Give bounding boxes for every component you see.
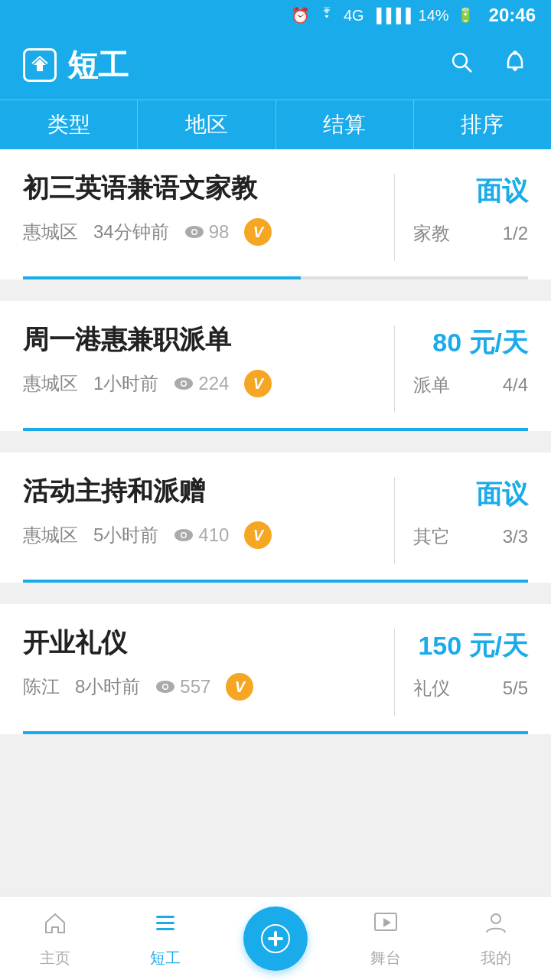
filter-tab-area[interactable]: 地区 (138, 100, 276, 149)
job-slots-2: 4/4 (503, 374, 528, 396)
nav-shortwork-label: 短工 (150, 948, 181, 969)
job-slots-1: 1/2 (503, 223, 528, 244)
job-category-3: 其它 (413, 524, 450, 549)
filter-tab-type[interactable]: 类型 (0, 100, 138, 149)
svg-rect-19 (156, 928, 174, 930)
job-meta-3: 惠城区 5小时前 410 V (23, 521, 376, 549)
progress-fill-1 (23, 276, 301, 279)
progress-empty-1 (301, 276, 528, 279)
v-badge-1: V (244, 218, 272, 246)
svg-point-7 (192, 230, 196, 234)
job-category-1: 家教 (413, 221, 450, 246)
job-slots-3: 3/3 (503, 526, 528, 547)
list-icon (152, 909, 179, 943)
filter-tabs: 类型 地区 结算 排序 (0, 100, 551, 149)
nav-stage[interactable]: 舞台 (331, 897, 441, 980)
job-card-3[interactable]: 活动主持和派赠 惠城区 5小时前 410 V 面议 其它 3/3 (0, 452, 551, 583)
logo-icon (23, 48, 57, 82)
nav-stage-label: 舞台 (370, 948, 401, 969)
progress-fill-3 (23, 580, 528, 583)
nav-profile-label: 我的 (481, 948, 511, 969)
user-icon (482, 909, 510, 943)
notification-icon[interactable] (502, 49, 528, 81)
progress-fill-4 (23, 731, 528, 734)
svg-rect-22 (268, 937, 283, 940)
filter-tab-settlement[interactable]: 结算 (276, 100, 414, 149)
search-icon[interactable] (448, 49, 474, 81)
progress-bar-3 (23, 580, 528, 583)
job-card-1[interactable]: 初三英语兼语文家教 惠城区 34分钟前 98 V 面议 家教 1/2 (0, 149, 551, 279)
app-logo: 短工 (23, 44, 448, 87)
svg-rect-17 (156, 916, 174, 918)
svg-rect-18 (156, 922, 174, 924)
job-location-1: 惠城区 (23, 220, 78, 244)
app-header: 短工 (0, 31, 551, 100)
job-location-3: 惠城区 (23, 523, 78, 547)
battery-text: 14% (419, 7, 449, 24)
svg-point-4 (514, 52, 517, 54)
job-category-4: 礼仪 (413, 676, 450, 701)
svg-line-1 (465, 66, 471, 72)
svg-marker-24 (383, 918, 391, 927)
job-time-2: 1小时前 (93, 371, 158, 396)
job-time-3: 5小时前 (93, 523, 158, 547)
home-icon (41, 909, 69, 943)
job-views-2: 224 (174, 373, 229, 394)
svg-point-16 (164, 685, 168, 689)
job-title-1: 初三英语兼语文家教 (23, 171, 376, 206)
job-title-2: 周一港惠兼职派单 (23, 322, 376, 358)
job-price-4: 150 元/天 (418, 626, 528, 664)
progress-bar-1 (23, 276, 528, 279)
v-badge-4: V (226, 673, 253, 701)
job-time-1: 34分钟前 (93, 220, 169, 244)
play-icon (372, 909, 399, 943)
job-price-1: 面议 (476, 171, 528, 209)
job-views-4: 557 (155, 676, 210, 697)
nav-profile[interactable]: 我的 (441, 897, 551, 980)
job-list: 初三英语兼语文家教 惠城区 34分钟前 98 V 面议 家教 1/2 (0, 149, 551, 837)
job-meta-4: 陈江 8小时前 557 V (23, 673, 376, 701)
job-card-2[interactable]: 周一港惠兼职派单 惠城区 1小时前 224 V 80 元/天 派单 4/4 (0, 301, 551, 431)
job-time-4: 8小时前 (75, 675, 140, 699)
bottom-nav: 主页 短工 舞台 (0, 896, 551, 980)
progress-fill-2 (23, 428, 528, 431)
v-badge-3: V (244, 521, 272, 549)
job-meta-1: 惠城区 34分钟前 98 V (23, 218, 376, 246)
svg-point-25 (491, 914, 500, 923)
signal-icon: ▐▐▐▐ (372, 8, 411, 24)
job-location-2: 惠城区 (23, 371, 78, 396)
signal-text: 4G (344, 7, 364, 24)
clock-icon: ⏰ (291, 6, 310, 24)
filter-tab-sort[interactable]: 排序 (414, 100, 551, 149)
job-price-2: 80 元/天 (432, 322, 528, 361)
nav-shortwork[interactable]: 短工 (110, 897, 220, 980)
job-views-1: 98 (184, 221, 230, 243)
time-display: 20:46 (489, 5, 536, 26)
center-button[interactable] (243, 906, 308, 971)
nav-home[interactable]: 主页 (0, 897, 110, 980)
job-slots-4: 5/5 (503, 678, 528, 699)
job-title-3: 活动主持和派赠 (23, 474, 376, 509)
nav-home-label: 主页 (40, 948, 70, 969)
nav-center[interactable] (220, 906, 331, 971)
svg-point-10 (182, 382, 186, 386)
svg-point-0 (453, 54, 467, 67)
job-card-4[interactable]: 开业礼仪 陈江 8小时前 557 V 150 元/天 礼仪 5/5 (0, 604, 551, 734)
job-views-3: 410 (174, 524, 229, 546)
header-actions (448, 49, 528, 81)
wifi-icon (318, 7, 336, 24)
job-price-3: 面议 (476, 474, 528, 512)
v-badge-2: V (244, 370, 272, 397)
progress-bar-2 (23, 428, 528, 431)
battery-icon: 🔋 (457, 7, 474, 24)
job-meta-2: 惠城区 1小时前 224 V (23, 370, 376, 397)
svg-point-13 (182, 534, 186, 537)
progress-bar-4 (23, 731, 528, 734)
app-title: 短工 (67, 44, 129, 87)
status-bar: ⏰ 4G ▐▐▐▐ 14% 🔋 20:46 (0, 0, 551, 31)
job-location-4: 陈江 (23, 675, 60, 699)
job-title-4: 开业礼仪 (23, 626, 376, 661)
job-category-2: 派单 (413, 373, 450, 397)
